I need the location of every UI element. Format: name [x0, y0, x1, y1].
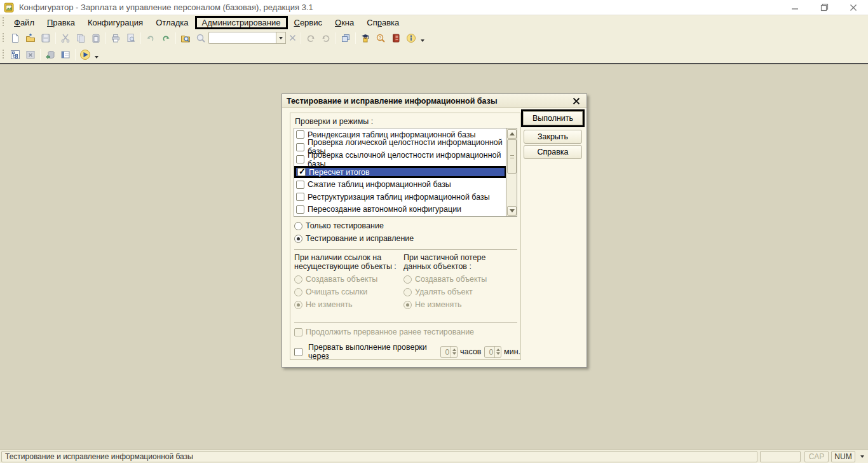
list-item-label: Реструктуризация таблиц информационной б… [308, 193, 490, 202]
menu-service[interactable]: Сервис [288, 17, 329, 29]
checkbox-icon[interactable] [296, 143, 304, 151]
standard-toolbar: ? [0, 29, 868, 46]
list-item-restructure[interactable]: Реструктуризация таблиц информационной б… [294, 191, 506, 204]
menu-windows[interactable]: Окна [329, 17, 360, 29]
separator [294, 249, 517, 250]
radio-disabled-selected-icon [403, 301, 412, 309]
radio-disabled-icon [403, 288, 412, 296]
radio-test-only[interactable]: Только тестирование [294, 221, 384, 230]
new-document-button[interactable] [8, 31, 23, 45]
radio-disabled-icon [294, 288, 302, 296]
start-debugging-button[interactable] [78, 48, 93, 62]
copy-button [73, 31, 88, 45]
separator [140, 32, 141, 44]
interface-panel-icon [60, 50, 71, 60]
start-debugging-icon [79, 49, 91, 60]
help-button[interactable]: Справка [524, 145, 582, 159]
search-input[interactable] [208, 32, 276, 44]
paste-icon [91, 33, 101, 43]
toolbar-overflow-button[interactable] [419, 31, 426, 45]
database-icon [45, 50, 55, 60]
redo-button[interactable] [158, 31, 173, 45]
scroll-up-button[interactable] [507, 129, 517, 139]
configurator-window: Конфигуратор - Зарплата и управление пер… [0, 0, 868, 463]
radio-delete-object: Удалять объект [403, 287, 473, 296]
designer-button[interactable] [358, 31, 373, 45]
radio-icon[interactable] [294, 222, 302, 230]
chevron-down-icon [279, 37, 283, 39]
menu-configuration[interactable]: Конфигурация [81, 17, 149, 29]
save-icon [41, 33, 51, 43]
menu-file[interactable]: Файл [8, 17, 41, 29]
open-configuration-button[interactable] [8, 48, 23, 62]
stepper-arrows-icon [451, 347, 457, 357]
vertical-scrollbar[interactable] [506, 128, 517, 216]
column-heading-partial-loss: При частичной потере данных объектов : [403, 253, 486, 271]
dialog-test-and-repair: Тестирование и исправление информационно… [281, 93, 587, 368]
interface-panel-button[interactable] [58, 48, 73, 62]
radio-selected-icon[interactable] [294, 235, 302, 243]
toolbar-grip [2, 17, 5, 27]
print-button [108, 31, 123, 45]
menu-help[interactable]: Справка [360, 17, 405, 29]
scroll-down-button[interactable] [507, 206, 517, 216]
restore-button[interactable] [810, 0, 839, 15]
dialog-close-button[interactable] [571, 95, 582, 107]
radio-disabled-icon [403, 275, 412, 284]
menu-debug[interactable]: Отладка [149, 17, 194, 29]
list-item-recreate-autonomous[interactable]: Пересоздание автономной конфигурации [294, 204, 506, 216]
syntax-help-icon: ? [376, 33, 386, 43]
new-document-icon [10, 33, 20, 43]
scrollbar-thumb[interactable] [507, 139, 517, 174]
separator [301, 32, 301, 44]
search-combobox[interactable] [208, 32, 286, 44]
radio-test-and-repair[interactable]: Тестирование и исправление [294, 234, 414, 243]
minutes-unit-label: мин. [504, 347, 520, 356]
hours-unit-label: часов [460, 347, 481, 356]
radio-disabled-selected-icon [294, 301, 302, 309]
interrupt-checkbox[interactable] [294, 348, 302, 356]
undo-button [143, 31, 158, 45]
toolbar-overflow-button[interactable] [93, 48, 100, 62]
checkbox-checked-icon[interactable] [297, 168, 306, 176]
stepper-arrows-icon [494, 347, 501, 357]
syntax-check-button[interactable] [388, 31, 403, 45]
info-button[interactable] [403, 31, 419, 45]
combo-clear-button [286, 31, 299, 45]
menu-edit[interactable]: Правка [41, 17, 81, 29]
close-dialog-button[interactable]: Закрыть [524, 130, 582, 144]
checkbox-icon[interactable] [296, 205, 304, 214]
syntax-help-button[interactable]: ? [373, 31, 388, 45]
hours-stepper: 0 [440, 346, 458, 358]
toolbar-overflow-icon [95, 56, 98, 59]
open-folder-icon [25, 33, 36, 43]
separator [55, 32, 56, 44]
checkbox-icon[interactable] [296, 193, 304, 201]
radio-no-change-right: Не изменять [403, 300, 462, 309]
checkbox-icon[interactable] [296, 130, 304, 139]
configuration-toolbar [0, 46, 868, 63]
close-button[interactable] [839, 0, 868, 15]
separator [294, 322, 517, 323]
windows-button[interactable] [338, 31, 353, 45]
separator [75, 49, 76, 60]
radio-label: Не изменять [415, 300, 462, 309]
undo-icon [146, 33, 156, 43]
dialog-body: Проверки и режимы : Реиндексация таблиц … [282, 108, 587, 368]
dialog-title-bar[interactable]: Тестирование и исправление информационно… [282, 94, 587, 108]
minutes-stepper: 0 [484, 346, 502, 358]
open-button[interactable] [23, 31, 38, 45]
toolbar-overflow-icon [421, 39, 424, 42]
list-item-compress-tables[interactable]: Сжатие таблиц информационной базы [294, 178, 506, 191]
list-item-reference-check[interactable]: Проверка ссылочной целостности информаци… [294, 153, 506, 166]
checkbox-icon[interactable] [296, 181, 304, 189]
chevron-down-icon [860, 455, 864, 458]
global-search-button[interactable] [178, 31, 193, 45]
combo-dropdown-button[interactable] [276, 32, 286, 44]
menu-administration[interactable]: Администрирование [195, 16, 288, 29]
checkbox-disabled-icon [294, 328, 302, 336]
checkbox-icon[interactable] [296, 155, 304, 163]
run-button[interactable]: Выполнить [523, 111, 583, 125]
statusbar-dropdown-button[interactable] [858, 451, 867, 462]
minimize-button[interactable] [780, 0, 810, 15]
